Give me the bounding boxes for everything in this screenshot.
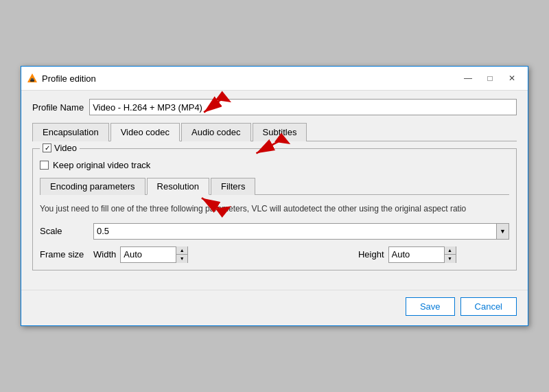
maximize-button[interactable]: □	[480, 71, 500, 86]
profile-name-row: Profile Name	[32, 99, 517, 115]
scale-dropdown-button[interactable]: ▼	[496, 224, 509, 239]
width-up-button[interactable]: ▲	[176, 246, 187, 255]
height-label: Height	[358, 249, 384, 260]
profile-name-input[interactable]	[89, 99, 517, 115]
sub-tabs: Encoding parameters Resolution Filters	[40, 177, 509, 195]
height-spinner: ▲ ▼	[388, 246, 456, 263]
main-content: Profile Name Encapsulation Video codec A…	[21, 91, 528, 287]
video-checkbox[interactable]	[43, 143, 51, 152]
resolution-hint: You just need to fill one of the three f…	[40, 203, 509, 215]
vlc-icon	[27, 73, 38, 84]
width-input[interactable]	[121, 248, 176, 261]
minimize-button[interactable]: —	[458, 71, 478, 86]
width-down-button[interactable]: ▼	[176, 255, 187, 263]
scale-input[interactable]	[94, 224, 496, 238]
width-label: Width	[93, 249, 116, 260]
width-group: Width ▲ ▼	[93, 246, 188, 263]
tab-filters[interactable]: Filters	[211, 178, 255, 195]
frame-size-row: Frame size Width ▲ ▼ Height	[40, 246, 509, 263]
top-tabs: Encapsulation Video codec Audio codec Su…	[32, 122, 517, 141]
scale-input-wrapper: ▼	[93, 223, 509, 240]
close-button[interactable]: ✕	[502, 71, 522, 86]
svg-rect-2	[31, 78, 34, 80]
height-up-button[interactable]: ▲	[445, 246, 456, 255]
save-button[interactable]: Save	[406, 297, 455, 316]
frame-size-label: Frame size	[40, 249, 88, 260]
tab-encoding-parameters[interactable]: Encoding parameters	[40, 178, 145, 195]
keep-original-checkbox[interactable]	[40, 161, 49, 170]
window-title: Profile edition	[42, 73, 454, 84]
scale-label: Scale	[40, 226, 88, 236]
keep-original-row: Keep original video track	[40, 160, 509, 170]
height-input[interactable]	[389, 248, 444, 261]
keep-original-label: Keep original video track	[53, 160, 150, 170]
profile-name-label: Profile Name	[32, 102, 84, 113]
height-down-button[interactable]: ▼	[445, 255, 456, 263]
height-spinner-buttons: ▲ ▼	[444, 246, 456, 263]
tab-encapsulation[interactable]: Encapsulation	[32, 123, 109, 141]
tab-audio-codec[interactable]: Audio codec	[181, 123, 251, 141]
cancel-button[interactable]: Cancel	[460, 297, 517, 316]
width-spinner: ▲ ▼	[120, 246, 188, 263]
svg-rect-1	[30, 80, 34, 82]
titlebar: Profile edition — □ ✕	[21, 67, 528, 91]
window-controls: — □ ✕	[458, 71, 522, 86]
profile-edition-window: Profile edition — □ ✕ Profile Name Encap…	[21, 66, 528, 326]
video-legend: Video	[40, 143, 80, 153]
bottom-bar: Save Cancel	[21, 290, 528, 325]
tab-resolution[interactable]: Resolution	[147, 178, 209, 195]
scale-row: Scale ▼	[40, 223, 509, 240]
video-section: Video Keep original video track Encoding…	[32, 148, 517, 270]
width-spinner-buttons: ▲ ▼	[176, 246, 187, 263]
tab-video-codec[interactable]: Video codec	[110, 123, 180, 141]
tab-subtitles[interactable]: Subtitles	[253, 123, 307, 141]
height-group: Height ▲ ▼	[358, 246, 456, 263]
video-label: Video	[54, 143, 77, 153]
